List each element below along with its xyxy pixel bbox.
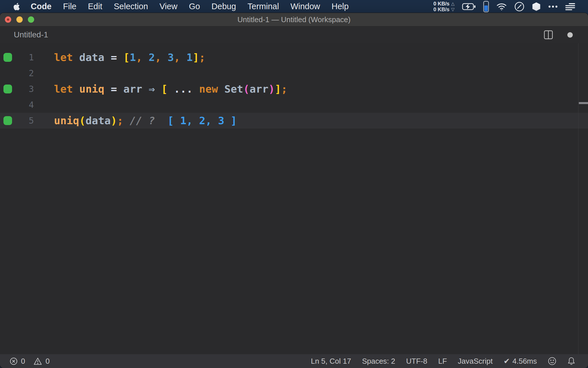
cursor-position[interactable]: Ln 5, Col 17 [311, 357, 351, 366]
code-editor[interactable]: 1let data = [1, 2, 3, 1];23let uniq = ar… [0, 43, 588, 354]
language-mode[interactable]: JavaScript [458, 357, 493, 366]
quokka-coverage-marker [3, 85, 12, 93]
quokka-coverage-marker [3, 53, 12, 62]
close-button[interactable] [5, 16, 11, 23]
macos-menu-bar: Code FileEditSelectionViewGoDebugTermina… [0, 0, 588, 13]
line-number[interactable]: 4 [29, 97, 34, 113]
statusbar-right: Ln 5, Col 17 Spaces: 2 UTF-8 LF JavaScri… [311, 357, 575, 366]
error-icon [10, 357, 18, 365]
gutter: 1 [0, 49, 54, 65]
menu-items: FileEditSelectionViewGoDebugTerminalWind… [57, 2, 355, 11]
clock-slash-icon[interactable] [514, 1, 525, 12]
download-arrow-icon: ▽ [451, 7, 454, 12]
traffic-lights [5, 13, 34, 26]
window-titlebar[interactable]: Untitled-1 — Untitled (Workspace) [0, 13, 588, 26]
check-icon: ✔ [504, 357, 510, 366]
menu-item-code[interactable]: Code [24, 2, 57, 11]
upload-arrow-icon: △ [451, 1, 454, 7]
line-number[interactable]: 1 [29, 49, 34, 65]
code-line-1[interactable]: 1let data = [1, 2, 3, 1]; [0, 49, 588, 65]
code-line-2[interactable]: 2 [0, 65, 588, 81]
quokka-coverage-marker [3, 116, 12, 125]
unsaved-changes-indicator[interactable] [567, 32, 573, 38]
cube-app-icon[interactable] [532, 2, 541, 11]
quokka-perf[interactable]: ✔ 4.56ms [504, 357, 537, 366]
warning-count: 0 [45, 357, 49, 366]
more-dots-icon[interactable] [548, 5, 558, 8]
device-battery-icon[interactable] [483, 1, 489, 12]
encoding-setting[interactable]: UTF-8 [406, 357, 428, 366]
minimize-button[interactable] [16, 16, 23, 23]
menu-item-window[interactable]: Window [285, 2, 326, 11]
editor-actions [544, 30, 573, 39]
problems-indicator[interactable]: 0 0 [10, 357, 50, 366]
code-line-3[interactable]: 3let uniq = arr ⇒ [ ... new Set(arr)]; [0, 81, 588, 97]
list-menu-icon[interactable] [565, 3, 575, 10]
menu-item-help[interactable]: Help [326, 2, 355, 11]
code-text: let uniq = arr ⇒ [ ... new Set(arr)]; [54, 81, 287, 97]
gutter: 3 [0, 81, 54, 97]
gutter: 2 [0, 65, 54, 81]
line-number[interactable]: 2 [29, 65, 34, 81]
wifi-icon[interactable] [496, 3, 507, 11]
split-editor-icon[interactable] [544, 30, 553, 39]
code-text: let data = [1, 2, 3, 1]; [54, 49, 206, 65]
network-speed-indicator[interactable]: 0 KB/s△ 0 KB/s▽ [433, 1, 454, 12]
vscode-window: Untitled-1 — Untitled (Workspace) Untitl… [0, 13, 588, 368]
cursor-position-marker [579, 102, 588, 104]
feedback-smiley-icon[interactable] [548, 357, 556, 365]
warning-icon [34, 357, 42, 365]
tab-title: Untitled-1 [14, 30, 48, 39]
window-title: Untitled-1 — Untitled (Workspace) [237, 15, 351, 24]
apple-icon [13, 2, 20, 11]
quokka-time: 4.56ms [512, 357, 537, 366]
menu-item-terminal[interactable]: Terminal [242, 2, 285, 11]
code-line-5[interactable]: 5uniq(data); // ? [ 1, 2, 3 ] [0, 113, 588, 129]
network-up-speed: 0 KB/s [433, 1, 449, 7]
menubar-status-items: 0 KB/s△ 0 KB/s▽ [433, 1, 575, 12]
menu-item-view[interactable]: View [154, 2, 183, 11]
gutter: 4 [0, 97, 54, 113]
eol-setting[interactable]: LF [438, 357, 447, 366]
battery-charging-icon[interactable] [462, 3, 476, 10]
code-text: uniq(data); // ? [ 1, 2, 3 ] [54, 113, 237, 129]
fullscreen-button[interactable] [28, 16, 34, 23]
menu-item-edit[interactable]: Edit [82, 2, 108, 11]
menu-item-debug[interactable]: Debug [206, 2, 242, 11]
error-count: 0 [21, 357, 25, 366]
code-line-4[interactable]: 4 [0, 97, 588, 113]
network-down-speed: 0 KB/s [433, 7, 449, 12]
menu-item-file[interactable]: File [57, 2, 82, 11]
apple-menu[interactable] [13, 2, 20, 11]
menu-item-selection[interactable]: Selection [108, 2, 154, 11]
editor-lines: 1let data = [1, 2, 3, 1];23let uniq = ar… [0, 49, 588, 129]
menu-item-go[interactable]: Go [183, 2, 206, 11]
indentation-setting[interactable]: Spaces: 2 [362, 357, 395, 366]
editor-title-bar: Untitled-1 [0, 26, 588, 43]
line-number[interactable]: 3 [29, 81, 34, 97]
overview-ruler[interactable] [578, 43, 588, 354]
status-bar: 0 0 Ln 5, Col 17 Spaces: 2 UTF-8 LF Java… [0, 354, 588, 368]
gutter: 5 [0, 113, 54, 129]
line-number[interactable]: 5 [29, 113, 34, 129]
notifications-bell-icon[interactable] [567, 357, 575, 365]
